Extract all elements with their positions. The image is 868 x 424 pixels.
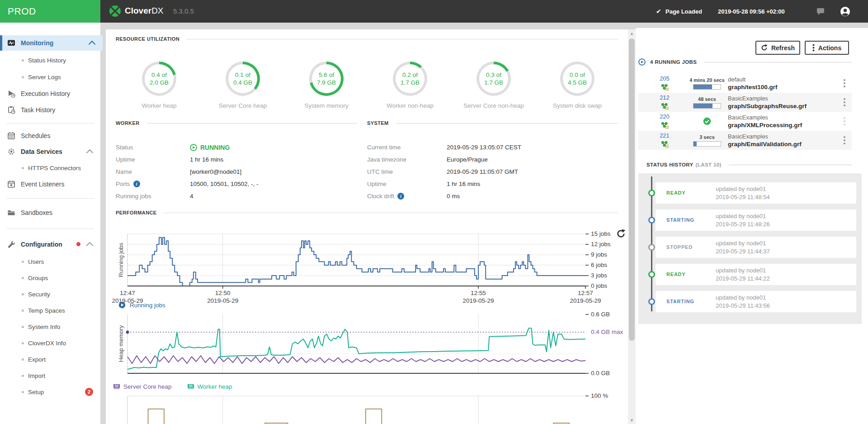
refresh-button[interactable]: Refresh xyxy=(755,41,800,55)
sidebar-item-label: HTTPS Connectors xyxy=(28,165,81,172)
product-version: 5.3.0.5 xyxy=(173,7,194,15)
actions-button[interactable]: Actions xyxy=(805,41,849,55)
status-card-starting-1: STARTINGupdated by node012019-05-29 11:4… xyxy=(656,210,856,231)
axis-tick-label: 100 % xyxy=(591,392,608,399)
bullet-icon xyxy=(22,261,24,263)
time-tick-label: 12:502019-05-29 xyxy=(198,289,248,305)
sidebar-item-label: Export xyxy=(28,356,46,363)
sidebar-item-server-logs[interactable]: Server Logs xyxy=(0,70,100,84)
worker-title: WORKER xyxy=(116,120,140,126)
job-kebab-menu[interactable] xyxy=(841,78,848,89)
info-icon[interactable]: i xyxy=(133,181,140,187)
sidebar-divider xyxy=(6,229,94,229)
sidebar-item-https-connectors[interactable]: HTTPS Connectors xyxy=(0,161,100,175)
info-row-status: StatusRUNNING xyxy=(116,141,360,153)
scroll-up-arrow[interactable]: ▲ xyxy=(628,29,636,37)
sidebar-item-data-services[interactable]: Data Services xyxy=(0,144,100,159)
sidebar-item-event-listeners[interactable]: Event Listeners xyxy=(0,176,100,192)
time-tick-label: 12:552019-05-29 xyxy=(453,289,503,305)
status-card-ready-0: READYupdated by node012019-05-29 11:48:5… xyxy=(656,182,856,204)
alert-dot xyxy=(76,242,80,246)
sidebar-item-task-history[interactable]: Task History xyxy=(0,102,100,118)
performance-title: PERFORMANCE xyxy=(116,210,157,215)
sidebar-item-schedules[interactable]: Schedules xyxy=(0,128,100,143)
sidebar-item-security[interactable]: Security xyxy=(0,287,100,301)
bullet-icon xyxy=(22,59,24,62)
status-history-title: STATUS HISTORY xyxy=(646,162,693,167)
system-title: SYSTEM xyxy=(367,120,389,126)
heap-legend-worker: Worker heap xyxy=(187,383,232,390)
gauge-total: 0.4 GB xyxy=(233,79,252,86)
messages-icon[interactable] xyxy=(816,8,825,17)
status-timestamp: 2019-05-29 11:43:56 xyxy=(716,302,770,309)
sidebar-item-setup[interactable]: Setup2 xyxy=(0,385,100,399)
job-row-220: 220BasicExamplesgraph/XMLProcessing.grf xyxy=(638,112,852,131)
running-jobs-title: 4 RUNNING JOBS xyxy=(650,59,697,65)
job-graph-path: graph/test100.grf xyxy=(728,83,778,91)
job-id-link[interactable]: 212 xyxy=(656,94,674,101)
sidebar-item-label: System Info xyxy=(28,324,60,330)
sidebar-item-temp-spaces[interactable]: Temp Spaces xyxy=(0,304,100,317)
info-icon[interactable]: i xyxy=(397,193,404,200)
status-updated-by: updated by node01 xyxy=(716,213,766,219)
status-card-ready-3: READYupdated by node012019-05-29 11:44:2… xyxy=(656,264,856,285)
gauge-ring: 0.3 of1.7 GB xyxy=(476,62,511,96)
bullet-icon xyxy=(22,167,24,169)
job-sandbox: BasicExamples xyxy=(728,95,807,102)
scroll-down-arrow[interactable]: ▼ xyxy=(628,416,636,424)
info-row-ports: Ports i10500, 10501, 10502, -, - xyxy=(116,178,360,190)
chart-running-jobs xyxy=(127,234,585,286)
axis-tick-label: 15 jobs xyxy=(591,230,611,237)
wrench-icon xyxy=(7,240,15,248)
status-updated-by: updated by node01 xyxy=(716,267,766,274)
job-id-link[interactable]: 220 xyxy=(656,113,674,120)
sidebar-item-configuration[interactable]: Configuration xyxy=(0,237,100,252)
sidebar-item-status-history[interactable]: Status History xyxy=(0,53,100,67)
status-card-stopped-2: STOPPEDupdated by node012019-05-29 11:44… xyxy=(656,237,856,258)
status-label: READY xyxy=(666,190,686,195)
system-header: SYSTEM xyxy=(367,120,618,126)
refresh-icon xyxy=(761,44,768,51)
sidebar-item-cloverdx-info[interactable]: CloverDX Info xyxy=(0,336,100,350)
chevron-up-icon xyxy=(89,41,96,48)
info-row-uptime: Uptime1 hr 16 mins xyxy=(367,178,618,190)
sidebar-item-export[interactable]: Export xyxy=(0,353,100,366)
job-kebab-menu[interactable] xyxy=(841,116,848,127)
job-id-link[interactable]: 221 xyxy=(656,132,674,139)
sidebar-item-groups[interactable]: Groups xyxy=(0,271,100,285)
scrollbar-thumb[interactable] xyxy=(629,38,635,341)
info-row-utc-time: UTC time2019-05-29 11:05:07 GMT xyxy=(367,166,618,178)
monitor-icon xyxy=(7,39,15,47)
sidebar-item-system-info[interactable]: System Info xyxy=(0,320,100,333)
status-label: STARTING xyxy=(666,217,694,223)
max-line-label: 0.4 GB max xyxy=(591,329,623,335)
gauge-system-disk-swap: 0.0 of4.5 GBSystem disk swap xyxy=(543,62,611,109)
job-progress-bar xyxy=(693,141,721,147)
axis-tick-label: 0.0 GB xyxy=(591,370,610,376)
status-label: STOPPED xyxy=(666,244,693,250)
job-kebab-menu[interactable] xyxy=(841,135,848,146)
sidebar-item-label: Execution History xyxy=(21,90,70,97)
system-info: Current time2019-05-29 13:05:07 CESTJava… xyxy=(367,141,618,202)
sidebar-item-sandboxes[interactable]: Sandboxes xyxy=(0,205,100,220)
sidebar-item-import[interactable]: Import xyxy=(0,369,100,382)
sidebar-item-monitoring[interactable]: Monitoring xyxy=(0,35,103,51)
user-account-icon[interactable] xyxy=(840,6,850,19)
running-jobs-legend-label: Running jobs xyxy=(130,302,165,309)
bullet-icon xyxy=(22,375,24,377)
status-updated-by: updated by node01 xyxy=(716,240,766,247)
environment-label: PROD xyxy=(0,6,36,17)
bullet-icon xyxy=(22,391,24,393)
chart-reload-icon[interactable] xyxy=(616,229,626,240)
status-timestamp: 2019-05-29 11:48:54 xyxy=(716,194,770,200)
main-scrollbar[interactable]: ▲ ▼ xyxy=(628,29,636,424)
cloverdx-logo-icon xyxy=(109,5,121,19)
gear-icon xyxy=(7,148,15,156)
sidebar-item-users[interactable]: Users xyxy=(0,255,100,268)
job-id-link[interactable]: 205 xyxy=(656,75,674,82)
job-kebab-menu[interactable] xyxy=(841,97,848,108)
bullet-icon xyxy=(22,326,24,328)
gauge-label: Worker non-heap xyxy=(376,102,444,109)
job-graph-icon xyxy=(661,84,669,91)
sidebar-item-execution-history[interactable]: Execution History xyxy=(0,86,100,101)
